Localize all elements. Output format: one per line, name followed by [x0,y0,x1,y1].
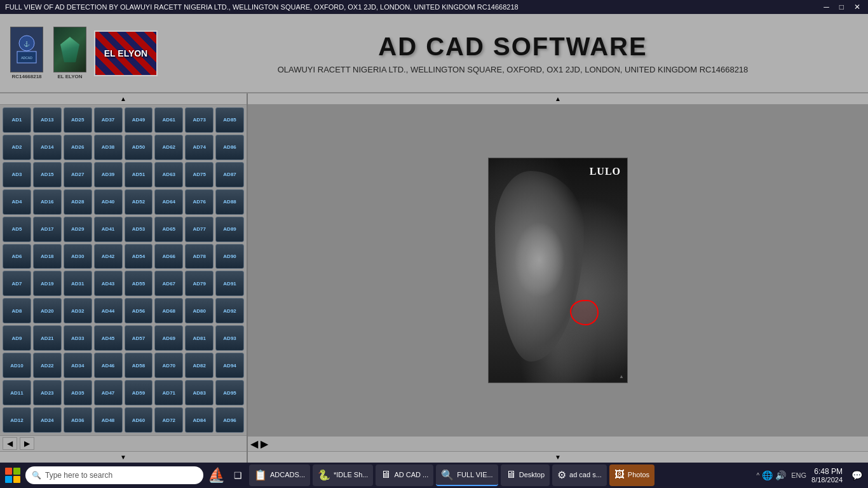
ad-button-ad14[interactable]: AD14 [33,135,62,160]
ad-button-ad59[interactable]: AD59 [125,380,153,405]
ad-button-ad10[interactable]: AD10 [3,353,31,378]
ad-button-ad81[interactable]: AD81 [185,325,214,351]
ad-button-ad55[interactable]: AD55 [125,271,153,296]
ad-button-ad67[interactable]: AD67 [154,271,183,296]
ad-button-ad11[interactable]: AD11 [3,380,31,405]
taskbar-item-photos[interactable]: 🖼 Photos [609,464,654,486]
ad-button-ad86[interactable]: AD86 [215,135,244,160]
ad-button-ad80[interactable]: AD80 [185,298,214,323]
ad-button-ad57[interactable]: AD57 [125,325,153,351]
right-arrow-right[interactable]: ▶ [261,438,268,450]
ad-button-ad31[interactable]: AD31 [64,271,92,296]
ad-button-ad91[interactable]: AD91 [215,271,244,296]
ad-button-ad76[interactable]: AD76 [185,189,214,215]
ad-button-ad54[interactable]: AD54 [125,244,153,269]
taskbar-item-fullview[interactable]: 🔍 FULL VIE... [436,464,498,486]
ad-button-ad18[interactable]: AD18 [33,244,62,269]
ad-button-ad33[interactable]: AD33 [64,325,92,351]
ad-button-ad36[interactable]: AD36 [64,407,92,433]
ad-button-ad24[interactable]: AD24 [33,407,62,433]
ad-button-ad20[interactable]: AD20 [33,298,62,323]
ad-button-ad90[interactable]: AD90 [215,244,244,269]
ad-button-ad28[interactable]: AD28 [64,189,92,215]
start-button[interactable] [3,465,23,485]
minimize-button[interactable]: ─ [821,3,832,11]
ad-button-ad29[interactable]: AD29 [64,217,92,242]
ad-button-ad94[interactable]: AD94 [215,353,244,378]
ad-button-ad1[interactable]: AD1 [3,107,31,133]
ad-button-ad22[interactable]: AD22 [33,353,62,378]
ad-button-ad34[interactable]: AD34 [64,353,92,378]
taskbar-item-adcads2[interactable]: ⚙ ad cad s... [552,464,607,486]
ad-button-ad73[interactable]: AD73 [185,107,214,133]
ad-button-ad35[interactable]: AD35 [64,380,92,405]
ad-button-ad60[interactable]: AD60 [125,407,153,433]
ad-button-ad40[interactable]: AD40 [94,189,123,215]
ad-button-ad26[interactable]: AD26 [64,135,92,160]
ad-button-ad82[interactable]: AD82 [185,353,214,378]
ad-button-ad3[interactable]: AD3 [3,162,31,187]
ad-button-ad71[interactable]: AD71 [154,380,183,405]
ad-button-ad74[interactable]: AD74 [185,135,214,160]
ad-button-ad45[interactable]: AD45 [94,325,123,351]
ad-button-ad69[interactable]: AD69 [154,325,183,351]
ad-button-ad17[interactable]: AD17 [33,217,62,242]
ad-button-ad5[interactable]: AD5 [3,217,31,242]
ad-button-ad44[interactable]: AD44 [94,298,123,323]
language-indicator[interactable]: ENG [791,471,806,479]
ad-button-ad96[interactable]: AD96 [215,407,244,433]
left-arrow-right[interactable]: ▶ [20,437,34,450]
ad-button-ad68[interactable]: AD68 [154,298,183,323]
left-arrow-left[interactable]: ◀ [3,437,17,450]
left-scroll-up[interactable]: ▲ [0,93,247,105]
maximize-button[interactable]: □ [837,3,846,11]
ad-button-ad41[interactable]: AD41 [94,217,123,242]
ad-button-ad87[interactable]: AD87 [215,162,244,187]
taskbar-item-desktop[interactable]: 🖥 Desktop [501,464,550,486]
ad-button-ad6[interactable]: AD6 [3,244,31,269]
ad-button-ad49[interactable]: AD49 [125,107,153,133]
ad-button-ad7[interactable]: AD7 [3,271,31,296]
ad-button-ad27[interactable]: AD27 [64,162,92,187]
close-button[interactable]: ✕ [851,3,863,11]
ad-button-ad48[interactable]: AD48 [94,407,123,433]
ad-button-ad4[interactable]: AD4 [3,189,31,215]
network-icon[interactable]: 🌐 [762,470,773,480]
ad-button-ad65[interactable]: AD65 [154,217,183,242]
ad-button-ad75[interactable]: AD75 [185,162,214,187]
ad-button-ad9[interactable]: AD9 [3,325,31,351]
ad-button-ad13[interactable]: AD13 [33,107,62,133]
ad-button-ad15[interactable]: AD15 [33,162,62,187]
ad-button-ad42[interactable]: AD42 [94,244,123,269]
ad-button-ad56[interactable]: AD56 [125,298,153,323]
tray-expand[interactable]: ^ [757,472,760,479]
ad-button-ad2[interactable]: AD2 [3,135,31,160]
ad-button-ad32[interactable]: AD32 [64,298,92,323]
ad-button-ad84[interactable]: AD84 [185,407,214,433]
ad-button-ad93[interactable]: AD93 [215,325,244,351]
ad-button-ad38[interactable]: AD38 [94,135,123,160]
right-scroll-up[interactable]: ▲ [248,93,868,105]
taskbar-search[interactable]: 🔍 Type here to search [25,466,203,484]
right-scroll-down[interactable]: ▼ [248,451,868,463]
ad-button-ad62[interactable]: AD62 [154,135,183,160]
ad-button-ad19[interactable]: AD19 [33,271,62,296]
ad-button-ad89[interactable]: AD89 [215,217,244,242]
taskbar-item-adcad[interactable]: 🖥 AD CAD ... [376,464,433,486]
ad-button-ad47[interactable]: AD47 [94,380,123,405]
right-arrow-left[interactable]: ◀ [250,438,258,450]
ad-button-ad85[interactable]: AD85 [215,107,244,133]
taskbar-item-idle[interactable]: 🐍 *IDLE Sh... [313,464,373,486]
ad-button-ad66[interactable]: AD66 [154,244,183,269]
volume-icon[interactable]: 🔊 [775,470,786,480]
ad-button-ad72[interactable]: AD72 [154,407,183,433]
ad-button-ad12[interactable]: AD12 [3,407,31,433]
ad-button-ad30[interactable]: AD30 [64,244,92,269]
ad-button-ad25[interactable]: AD25 [64,107,92,133]
taskview-button[interactable]: ❑ [229,466,247,484]
ad-button-ad83[interactable]: AD83 [185,380,214,405]
ad-button-ad58[interactable]: AD58 [125,353,153,378]
taskbar-item-adcads[interactable]: 📋 ADCADS... [249,464,310,486]
ad-button-ad39[interactable]: AD39 [94,162,123,187]
ad-button-ad95[interactable]: AD95 [215,380,244,405]
